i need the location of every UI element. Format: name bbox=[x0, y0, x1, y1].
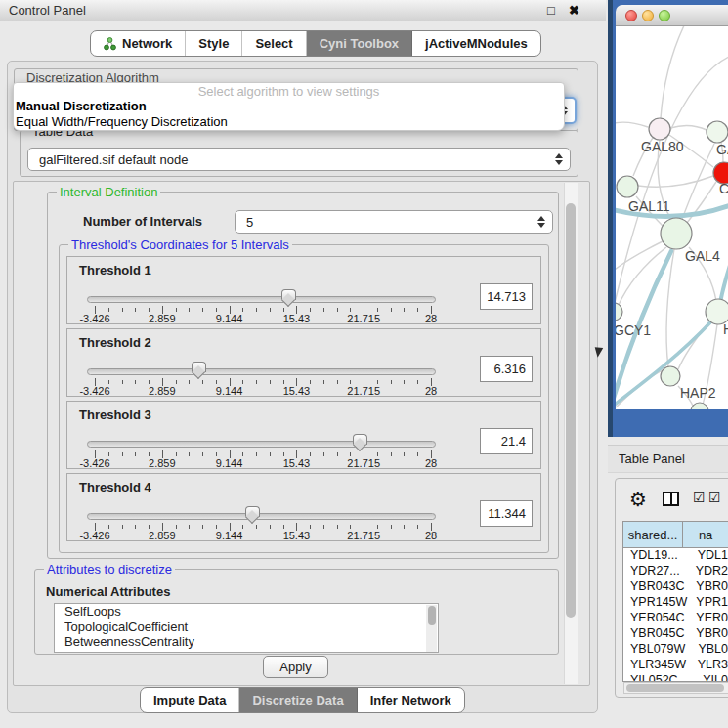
threshold-value-field[interactable]: 6.316 bbox=[480, 356, 533, 382]
slider-track[interactable] bbox=[87, 368, 436, 375]
table-row[interactable]: YBR045CYBR0 bbox=[623, 626, 728, 642]
tick-mark bbox=[323, 380, 324, 384]
cell-name: YIL0 bbox=[695, 673, 728, 682]
cell-name: YBR0 bbox=[688, 579, 728, 595]
tick-mark bbox=[310, 452, 311, 456]
slider-track[interactable] bbox=[87, 296, 436, 303]
slider-track[interactable] bbox=[87, 513, 436, 520]
slider-thumb[interactable] bbox=[353, 434, 367, 453]
table-row[interactable]: YIL052CYIL0 bbox=[623, 673, 728, 682]
tick-mark bbox=[377, 525, 378, 529]
table-row[interactable]: YBR043CYBR0 bbox=[623, 579, 728, 595]
settings-scrollbar-thumb[interactable] bbox=[566, 203, 576, 618]
control-panel-title: Control Panel bbox=[9, 3, 86, 18]
network-node-ga[interactable] bbox=[707, 121, 728, 143]
slider-thumb[interactable] bbox=[245, 506, 260, 526]
cell-name: YDL1 bbox=[690, 548, 728, 564]
cell-name: YPR1 bbox=[688, 595, 728, 611]
split-view-icon[interactable] bbox=[663, 492, 679, 506]
dropdown-option-manual-discretization[interactable]: Manual Discretization bbox=[14, 99, 564, 114]
table-hscrollbar-thumb[interactable] bbox=[626, 684, 724, 692]
tab-jactivemnodules[interactable]: jActiveMNodules bbox=[412, 31, 540, 56]
float-icon[interactable]: □ bbox=[547, 3, 555, 18]
tick-mark bbox=[242, 308, 243, 312]
network-window-titlebar[interactable] bbox=[616, 5, 728, 26]
checkbox-checked-icon[interactable]: ☑ bbox=[708, 490, 721, 505]
tab-cyni-toolbox[interactable]: Cyni Toolbox bbox=[307, 31, 412, 56]
tab-label-infer-network: Infer Network bbox=[370, 693, 451, 707]
tick-mark bbox=[417, 380, 418, 384]
gear-icon[interactable]: ⚙ bbox=[629, 488, 647, 511]
checkbox-checked-icon[interactable]: ☑ bbox=[693, 490, 706, 505]
tick-label: 21.715 bbox=[347, 457, 380, 469]
threshold-label: Threshold 2 bbox=[79, 335, 151, 350]
tick-mark bbox=[377, 380, 378, 384]
tick-mark bbox=[350, 380, 351, 384]
numerical-attributes-list[interactable]: SelfLoopsTopologicalCoefficientBetweenne… bbox=[54, 603, 439, 653]
tick-mark bbox=[176, 308, 177, 312]
tab-style[interactable]: Style bbox=[186, 31, 242, 56]
cell-shared-name: YBR045C bbox=[623, 626, 688, 642]
tick-mark bbox=[404, 525, 405, 529]
tick-mark bbox=[108, 525, 109, 529]
window-zoom-button[interactable] bbox=[659, 10, 670, 21]
table-data-value: galFiltered.sif default node bbox=[39, 152, 188, 167]
numerical-attributes-label: Numerical Attributes bbox=[46, 584, 170, 599]
threshold-panel-1: Threshold 1-3.4262.8599.14415.4321.71528… bbox=[66, 256, 541, 324]
slider-track[interactable] bbox=[87, 441, 436, 448]
table-data-combobox[interactable]: galFiltered.sif default node bbox=[27, 148, 571, 171]
tab-discretize-data[interactable]: Discretize Data bbox=[239, 688, 357, 712]
tick-mark bbox=[256, 380, 257, 384]
network-canvas[interactable]: GAL80GACGAL11GAL4GCY1HHAP2 bbox=[616, 26, 728, 409]
tick-mark bbox=[176, 525, 177, 529]
mouse-cursor bbox=[595, 345, 606, 358]
tick-mark bbox=[216, 308, 217, 312]
tick-mark bbox=[242, 452, 243, 456]
column-header-shared-name[interactable]: shared... bbox=[623, 522, 683, 547]
cell-shared-name: YDL19... bbox=[623, 548, 690, 564]
list-item-betweennesscentrality[interactable]: BetweennessCentrality bbox=[55, 634, 438, 650]
network-node-gal80[interactable] bbox=[649, 118, 670, 140]
network-node-gcy1[interactable] bbox=[616, 303, 622, 321]
threshold-value-field[interactable]: 11.344 bbox=[480, 500, 533, 527]
slider-thumb[interactable] bbox=[281, 289, 296, 309]
combo-spinner-icon bbox=[537, 211, 545, 233]
window-close-button[interactable] bbox=[625, 10, 637, 21]
table-row[interactable]: YPR145WYPR1 bbox=[623, 595, 728, 611]
tab-infer-network[interactable]: Infer Network bbox=[358, 688, 464, 712]
network-window-frame-edge bbox=[608, 0, 613, 437]
table-row[interactable]: YDR27...YDR2 bbox=[623, 564, 728, 579]
tick-mark bbox=[135, 308, 136, 312]
threshold-value-field[interactable]: 14.713 bbox=[480, 283, 533, 310]
table-row[interactable]: YDL19...YDL1 bbox=[623, 548, 728, 564]
network-node-gal4[interactable] bbox=[661, 218, 692, 249]
cell-shared-name: YLR345W bbox=[623, 658, 690, 673]
network-node-label-ga: GA bbox=[716, 142, 728, 157]
table-row[interactable]: YER054CYER0 bbox=[623, 611, 728, 626]
tick-mark bbox=[149, 525, 150, 529]
tab-network[interactable]: Network bbox=[91, 31, 186, 56]
number-of-intervals-combobox[interactable]: 5 bbox=[235, 210, 553, 234]
tab-impute-data[interactable]: Impute Data bbox=[141, 688, 239, 712]
dropdown-option-equal-width[interactable]: Equal Width/Frequency Discretization bbox=[14, 114, 564, 130]
apply-button[interactable]: Apply bbox=[263, 656, 328, 678]
tick-label: 28 bbox=[425, 313, 437, 324]
threshold-value-field[interactable]: 21.4 bbox=[480, 428, 533, 454]
table-row[interactable]: YLR345WYLR3 bbox=[623, 658, 728, 673]
table-row[interactable]: YBL079WYBL0 bbox=[623, 642, 728, 658]
network-node-hap2[interactable] bbox=[661, 366, 680, 386]
network-node-gal11[interactable] bbox=[617, 176, 638, 197]
tick-label: -3.426 bbox=[79, 530, 109, 541]
list-item-selfloops[interactable]: SelfLoops bbox=[55, 604, 438, 620]
column-header-name[interactable]: na bbox=[683, 522, 728, 547]
list-scrollbar-thumb[interactable] bbox=[428, 606, 436, 625]
slider-thumb[interactable] bbox=[192, 362, 206, 381]
network-node-label-gal4: GAL4 bbox=[685, 248, 720, 264]
window-minimize-button[interactable] bbox=[642, 10, 654, 21]
network-node-node[interactable] bbox=[691, 403, 708, 409]
tick-label: 15.43 bbox=[283, 385, 311, 397]
close-icon[interactable]: ✖ bbox=[569, 3, 579, 18]
tick-mark bbox=[377, 452, 378, 456]
list-item-topologicalcoefficient[interactable]: TopologicalCoefficient bbox=[55, 620, 438, 635]
tab-select[interactable]: Select bbox=[242, 31, 306, 56]
